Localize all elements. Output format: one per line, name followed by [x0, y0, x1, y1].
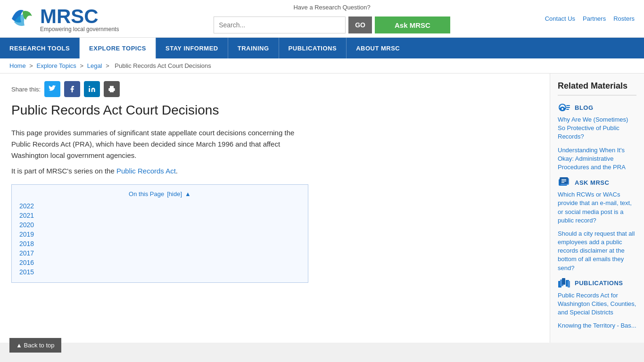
share-row: Share this:	[11, 81, 538, 97]
toc-box: On this Page [hide] ▲ 202220212020201920…	[11, 184, 308, 283]
partners-link[interactable]: Partners	[583, 15, 606, 22]
nav-stay-informed[interactable]: STAY INFORMED	[156, 38, 228, 58]
toc-year-link[interactable]: 2018	[19, 239, 300, 248]
share-twitter-button[interactable]	[44, 81, 60, 97]
svg-rect-5	[566, 107, 570, 108]
svg-point-3	[561, 108, 563, 110]
toc-arrow-icon: ▲	[185, 190, 191, 197]
go-button[interactable]: GO	[348, 16, 372, 33]
pub-link-2[interactable]: Knowing the Territory - Bas...	[558, 321, 636, 330]
breadcrumb-current: Public Records Act Court Decisions	[115, 62, 211, 69]
related-publications-header: PUBLICATIONS	[558, 278, 636, 288]
logo-subtitle: Empowering local governments	[40, 26, 119, 33]
svg-rect-6	[566, 109, 569, 110]
share-label: Share this:	[11, 86, 41, 93]
ask-mrsc-button[interactable]: Ask MRSC	[375, 16, 450, 33]
public-records-act-link[interactable]: Public Records Act	[116, 167, 176, 175]
breadcrumb-sep-3: >	[106, 62, 111, 69]
ask-link-1[interactable]: Which RCWs or WACs provide that an e-mai…	[558, 190, 636, 225]
logo-area: MRSC Empowering local governments	[9, 5, 119, 33]
mrsc-logo-icon	[9, 6, 35, 32]
toc-links: 20222021202020192018201720162015	[19, 201, 300, 277]
page-title: Public Records Act Court Decisions	[11, 103, 538, 118]
ask-section-label: ASK MRSC	[575, 179, 609, 186]
sidebar: Related Materials BLOG Why Are We (Somet…	[550, 74, 644, 343]
pub-link-1[interactable]: Public Records Act for Washington Cities…	[558, 291, 636, 317]
breadcrumb-home[interactable]: Home	[9, 62, 26, 69]
nav-explore-topics[interactable]: EXPLORE TOPICS	[80, 38, 156, 58]
rosters-link[interactable]: Rosters	[613, 15, 635, 22]
twitter-icon	[49, 85, 56, 93]
series-text-after: .	[176, 167, 178, 175]
nav-research-tools[interactable]: RESEARCH TOOLS	[0, 38, 79, 58]
blog-link-1[interactable]: Why Are We (Sometimes) So Protective of …	[558, 115, 636, 141]
breadcrumb-explore-topics[interactable]: Explore Topics	[37, 62, 76, 69]
breadcrumb-legal[interactable]: Legal	[87, 62, 102, 69]
search-area: Have a Research Question? GO Ask MRSC	[214, 4, 450, 33]
blog-section-label: BLOG	[575, 104, 594, 111]
toc-year-link[interactable]: 2020	[19, 220, 300, 230]
contact-us-link[interactable]: Contact Us	[545, 15, 575, 22]
related-blog-header: BLOG	[558, 102, 636, 113]
body-paragraph-2: It is part of MRSC's series on the Publi…	[11, 167, 313, 175]
toc-year-link[interactable]: 2015	[19, 267, 300, 277]
search-input[interactable]	[214, 16, 346, 33]
research-question: Have a Research Question?	[293, 4, 370, 11]
toc-header[interactable]: On this Page [hide] ▲	[19, 190, 300, 197]
search-row: GO Ask MRSC	[214, 16, 450, 33]
toc-on-this-page: On this Page	[129, 190, 164, 197]
body-paragraph-1: This page provides summaries of signific…	[11, 127, 313, 161]
ask-link-2[interactable]: Should a city request that all employees…	[558, 230, 636, 272]
toc-hide-link[interactable]: [hide]	[167, 190, 182, 197]
toc-year-link[interactable]: 2016	[19, 258, 300, 267]
blog-link-2[interactable]: Understanding When It's Okay: Administra…	[558, 146, 636, 172]
toc-year-link[interactable]: 2019	[19, 230, 300, 239]
toc-year-link[interactable]: 2021	[19, 211, 300, 220]
back-to-top-button[interactable]: ▲ Back to top	[9, 338, 61, 343]
print-icon	[108, 85, 116, 93]
nav-bar: RESEARCH TOOLS EXPLORE TOPICS STAY INFOR…	[0, 38, 644, 58]
nav-publications[interactable]: PUBLICATIONS	[279, 38, 347, 58]
svg-rect-17	[568, 281, 570, 288]
linkedin-icon	[88, 85, 96, 93]
series-text-before: It is part of MRSC's series on the	[11, 167, 115, 175]
logo-title: MRSC	[40, 5, 119, 28]
breadcrumb-sep-1: >	[29, 62, 34, 69]
main-layout: Share this:	[0, 74, 644, 343]
ask-mrsc-icon	[558, 177, 571, 188]
blog-icon	[558, 102, 571, 113]
nav-about-mrsc[interactable]: ABOUT MRSC	[347, 38, 409, 58]
toc-year-link[interactable]: 2017	[19, 248, 300, 258]
toc-year-link[interactable]: 2022	[19, 201, 300, 211]
svg-rect-4	[566, 105, 570, 106]
svg-point-0	[89, 86, 90, 87]
top-bar: MRSC Empowering local governments Have a…	[0, 0, 644, 38]
svg-rect-15	[562, 278, 565, 285]
breadcrumb-sep-2: >	[80, 62, 85, 69]
publications-section-label: PUBLICATIONS	[575, 280, 623, 287]
share-print-button[interactable]	[104, 81, 120, 97]
svg-rect-9	[560, 177, 568, 184]
share-facebook-button[interactable]	[64, 81, 80, 97]
logo-text-area: MRSC Empowering local governments	[40, 5, 119, 33]
svg-rect-1	[110, 90, 114, 92]
related-ask-header: ASK MRSC	[558, 177, 636, 188]
share-linkedin-button[interactable]	[84, 81, 100, 97]
content-area: Share this:	[0, 74, 550, 343]
related-materials-title: Related Materials	[558, 81, 636, 96]
top-bar-links: Contact Us Partners Rosters	[545, 15, 635, 22]
facebook-icon	[68, 85, 76, 93]
nav-training[interactable]: TRAINING	[228, 38, 279, 58]
publications-icon	[558, 278, 571, 288]
breadcrumb: Home > Explore Topics > Legal > Public R…	[0, 58, 644, 74]
